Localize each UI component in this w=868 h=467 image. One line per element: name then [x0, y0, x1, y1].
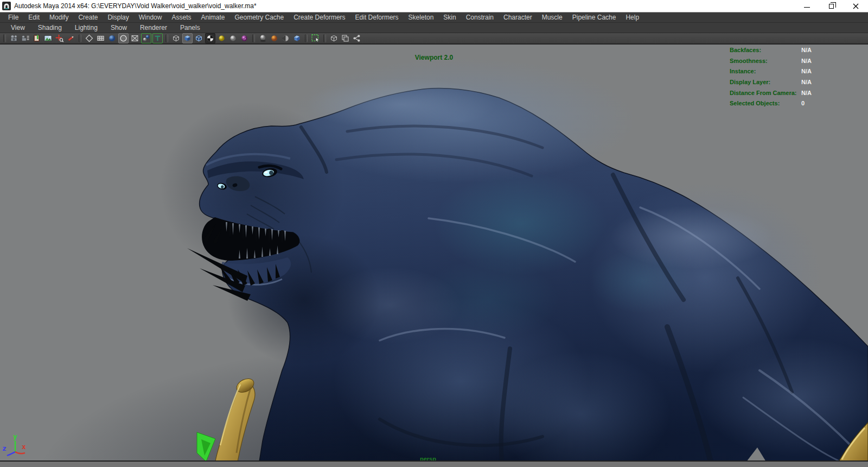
- light-yellow-icon[interactable]: [216, 33, 227, 43]
- flat-shade-icon[interactable]: [95, 33, 106, 43]
- main-menu-bar: File Edit Modify Create Display Window A…: [0, 12, 868, 22]
- frame-overlay-icon[interactable]: [340, 33, 350, 43]
- panel-toolbar: [0, 33, 868, 45]
- menu-modify[interactable]: Modify: [44, 14, 73, 21]
- maya-window: Autodesk Maya 2014 x64: G:\EVERYDAY\Void…: [0, 0, 868, 467]
- menu-display[interactable]: Display: [103, 14, 133, 21]
- panel-menu-renderer[interactable]: Renderer: [133, 24, 174, 31]
- default-lighting-icon[interactable]: [182, 33, 193, 43]
- image-plane-icon[interactable]: [43, 33, 53, 43]
- toolbar-separator[interactable]: [305, 34, 308, 42]
- textured-checker-icon[interactable]: [205, 33, 215, 43]
- panel-menu-bar: View Shading Lighting Show Renderer Pane…: [0, 22, 868, 33]
- panel-menu-lighting[interactable]: Lighting: [68, 24, 104, 31]
- hud-stat-smoothness: Smoothness: N/A: [730, 55, 838, 66]
- menu-character[interactable]: Character: [499, 14, 537, 21]
- axis-z-label: z: [2, 444, 7, 452]
- axis-gizmo: y z x: [0, 425, 38, 462]
- minimize-button[interactable]: [795, 0, 819, 12]
- axis-x-label: x: [22, 443, 26, 451]
- hud-stat-backfaces: Backfaces: N/A: [730, 45, 838, 55]
- smooth-shade-icon[interactable]: [107, 33, 117, 43]
- menu-skin[interactable]: Skin: [438, 14, 461, 21]
- light-purple-icon[interactable]: [239, 33, 250, 43]
- wireframe-icon[interactable]: [84, 33, 94, 43]
- menu-skeleton[interactable]: Skeleton: [404, 14, 439, 21]
- menu-geometry-cache[interactable]: Geometry Cache: [230, 14, 289, 21]
- restore-button[interactable]: [819, 0, 844, 12]
- hud-stat-instance: Instance: N/A: [730, 66, 838, 77]
- minimize-icon: [804, 7, 810, 8]
- hud-stat-selected-objects: Selected Objects: 0: [730, 98, 838, 109]
- menu-help[interactable]: Help: [621, 14, 644, 21]
- toolbar-separator[interactable]: [252, 34, 255, 42]
- title-bar: Autodesk Maya 2014 x64: G:\EVERYDAY\Void…: [0, 0, 868, 12]
- menu-edit-deformers[interactable]: Edit Deformers: [350, 14, 404, 21]
- motion-blur-icon[interactable]: [280, 33, 291, 43]
- viewport-cube-icon[interactable]: [329, 33, 339, 43]
- dof-icon[interactable]: [292, 33, 302, 43]
- menu-pipeline-cache[interactable]: Pipeline Cache: [567, 14, 621, 21]
- menu-file[interactable]: File: [3, 14, 23, 21]
- xray-joints-icon[interactable]: [141, 33, 151, 43]
- menu-create[interactable]: Create: [73, 14, 103, 21]
- menu-edit[interactable]: Edit: [23, 14, 44, 21]
- ssao-icon[interactable]: [269, 33, 279, 43]
- grease-pencil-icon[interactable]: [66, 33, 76, 43]
- menu-create-deformers[interactable]: Create Deformers: [289, 14, 350, 21]
- hud-stat-distance: Distance From Camera: N/A: [730, 87, 838, 98]
- toolbar-separator[interactable]: [79, 34, 81, 42]
- toolbar-separator[interactable]: [323, 34, 326, 42]
- toolbar-separator[interactable]: [165, 34, 168, 42]
- menu-assets[interactable]: Assets: [167, 14, 196, 21]
- all-lights-icon[interactable]: [194, 33, 204, 43]
- menu-window[interactable]: Window: [134, 14, 167, 21]
- pan-zoom-icon[interactable]: [54, 33, 65, 43]
- window-bottom-edge: [0, 462, 868, 467]
- hud-stats: Backfaces: N/A Smoothness: N/A Instance:…: [730, 45, 838, 109]
- close-icon: [853, 3, 859, 9]
- menu-animate[interactable]: Animate: [196, 14, 229, 21]
- toolbar-separator[interactable]: [3, 34, 6, 42]
- camera-label: persp: [420, 456, 436, 462]
- default-material-icon[interactable]: [118, 33, 129, 43]
- panel-menu-shading[interactable]: Shading: [31, 24, 68, 31]
- restore-icon: [829, 4, 834, 9]
- panel-menu-show[interactable]: Show: [104, 24, 133, 31]
- shadows-icon[interactable]: [258, 33, 268, 43]
- bookmarks-icon[interactable]: [31, 33, 42, 43]
- share-nodes-icon[interactable]: [352, 33, 362, 43]
- viewport-panel[interactable]: Viewport 2.0 Backfaces: N/A Smoothness: …: [0, 45, 868, 462]
- xray-icon[interactable]: [130, 33, 140, 43]
- no-lights-icon[interactable]: [171, 33, 181, 43]
- close-button[interactable]: [844, 0, 868, 12]
- panel-menu-view[interactable]: View: [4, 24, 31, 31]
- isolate-select-icon[interactable]: [310, 33, 321, 43]
- menu-muscle[interactable]: Muscle: [537, 14, 567, 21]
- menu-constrain[interactable]: Constrain: [461, 14, 499, 21]
- window-title: Autodesk Maya 2014 x64: G:\EVERYDAY\Void…: [14, 2, 257, 10]
- maya-app-icon: [2, 2, 11, 10]
- select-camera-icon[interactable]: [9, 33, 19, 43]
- axis-y-label: y: [13, 432, 17, 440]
- camera-attributes-icon[interactable]: [20, 33, 30, 43]
- panel-menu-panels[interactable]: Panels: [174, 24, 207, 31]
- light-grey-icon[interactable]: [228, 33, 238, 43]
- textured-icon[interactable]: [152, 33, 163, 43]
- hud-stat-display-layer: Display Layer: N/A: [730, 77, 838, 87]
